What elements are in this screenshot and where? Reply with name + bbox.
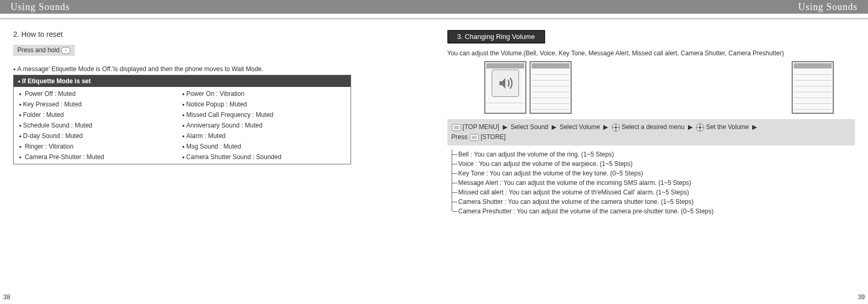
etiquette-table-body: Power Off : Muted Power On : Vibration K… xyxy=(14,87,351,164)
list-item: Message Alert : You can adjust the volum… xyxy=(452,178,855,188)
header-right: Using Sounds xyxy=(434,0,869,14)
arrow-icon: ▶ xyxy=(552,122,556,132)
list-item: Camera Preshutter : You can adjust the v… xyxy=(452,207,855,216)
arrow-icon: ▶ xyxy=(752,122,757,132)
etiquette-table: If Etiquette Mode is set Power Off : Mut… xyxy=(13,75,351,164)
list-item: Camera Shutter : You can adjust the volu… xyxy=(452,197,855,207)
list-item: Bell : You can adjust the volume of the … xyxy=(452,150,855,159)
section-changing-ring-volume: 3. Changing Ring Volume xyxy=(447,30,545,43)
table-cell: Power Off : Muted xyxy=(19,90,182,97)
table-cell: Alarm : Muted xyxy=(182,132,345,140)
screenshot-row xyxy=(484,61,834,114)
table-cell: Missed Call Frequency : Muted xyxy=(182,111,345,119)
arrow-icon: ▶ xyxy=(503,122,507,132)
press-hold-label: Press and hold xyxy=(17,46,59,54)
nav-set-volume: Set the Volume xyxy=(706,123,749,131)
right-page: Using Sounds 3. Changing Ring Volume You… xyxy=(434,0,869,304)
nav-select-sound: Select Sound xyxy=(511,123,548,131)
press-hold-box: Press and hold * xyxy=(13,45,75,56)
table-cell: Camera Shutter Sound : Sounded xyxy=(182,153,345,161)
dpad-icon xyxy=(612,123,620,132)
table-cell: Msg Sound : Muted xyxy=(182,143,345,150)
etiquette-table-header: If Etiquette Mode is set xyxy=(14,75,351,87)
table-cell: D-day Sound : Muted xyxy=(19,132,182,140)
table-cell: Notice Popup : Muted xyxy=(182,101,345,108)
intro-text: You can adjust the Volume.(Bell, Voice, … xyxy=(447,50,855,57)
arrow-icon: ▶ xyxy=(688,122,693,132)
table-cell: Anniversary Sound : Muted xyxy=(182,122,345,129)
nav-press: Press xyxy=(452,133,468,141)
phone-screenshot xyxy=(484,61,526,114)
etiquette-off-message: A message' Etiquette Mode is Off.'is dis… xyxy=(13,65,421,73)
svg-text:*: * xyxy=(65,49,67,53)
header-rule xyxy=(434,18,869,19)
phone-screenshot xyxy=(530,61,572,114)
navigation-steps: [TOP MENU] ▶ Select Sound ▶ Select Volum… xyxy=(447,119,855,145)
table-cell: Key Pressed : Muted xyxy=(19,101,182,108)
arrow-icon: ▶ xyxy=(603,122,608,132)
nav-store: [STORE] xyxy=(481,133,506,141)
nav-select-menu: Select a desired menu xyxy=(622,123,684,131)
table-cell: Ringer : Vibration xyxy=(19,143,182,150)
nav-select-volume: Select Volume xyxy=(560,123,600,131)
speaker-icon xyxy=(497,75,513,91)
nav-topmenu: [TOP MENU] xyxy=(463,123,500,131)
menu-key-icon xyxy=(470,134,479,141)
screenshot-group-right xyxy=(792,61,834,114)
page-number-right: 39 xyxy=(858,293,865,301)
section-how-to-reset: 2. How to reset xyxy=(13,30,421,38)
svg-point-9 xyxy=(699,126,702,129)
svg-point-7 xyxy=(614,126,617,129)
table-cell: Camera Pre-Shutter : Muted xyxy=(19,153,182,161)
table-cell: Schedule Sound : Muted xyxy=(19,122,182,129)
table-cell: Power On : Vibration xyxy=(182,90,345,97)
list-item: Key Tone : You can adjust the volume of … xyxy=(452,169,855,178)
menu-key-icon xyxy=(452,124,461,131)
screenshot-group-left xyxy=(484,61,572,114)
list-item: Voice : You can adjust the volume of the… xyxy=(452,159,855,169)
hold-key-icon: * xyxy=(61,47,71,54)
volume-options-list: Bell : You can adjust the volume of the … xyxy=(452,150,855,216)
header-rule xyxy=(0,18,434,19)
table-cell: Folder : Muted xyxy=(19,111,182,119)
page-number-left: 38 xyxy=(3,293,10,301)
dpad-icon xyxy=(696,123,704,132)
list-item: Missed call alert : You can adjust the v… xyxy=(452,188,855,197)
header-left: Using Sounds xyxy=(0,0,434,14)
phone-screenshot xyxy=(792,61,834,114)
left-page: Using Sounds 2. How to reset Press and h… xyxy=(0,0,434,304)
